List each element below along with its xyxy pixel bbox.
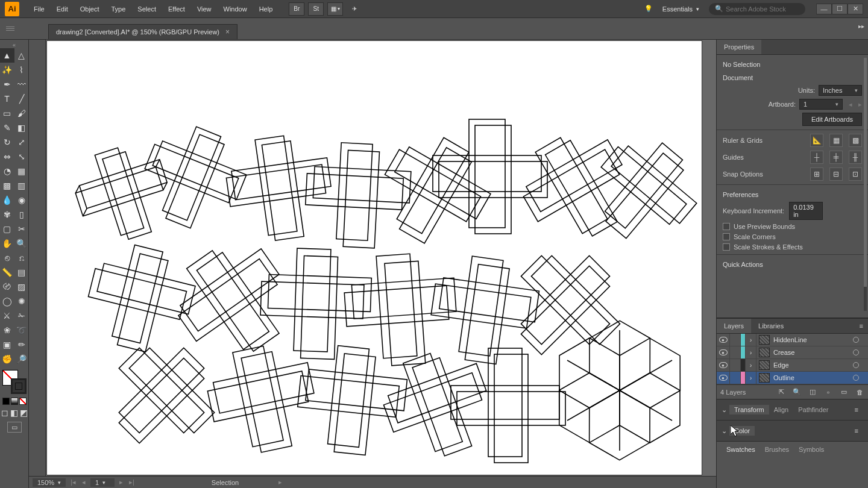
gradient-tool[interactable]: ▥ — [14, 178, 29, 193]
artboard[interactable] — [47, 41, 702, 475]
snap-grid-icon[interactable]: ⊡ — [849, 167, 862, 181]
gradient-mode-icon[interactable] — [11, 398, 18, 405]
lasso-tool[interactable]: ⌇ — [14, 63, 29, 77]
search-stock-field[interactable]: 🔍 — [709, 3, 805, 15]
layer-expand-toggle[interactable]: › — [746, 334, 756, 346]
knife-tool[interactable]: ⚔ — [0, 308, 14, 323]
document-tab[interactable]: drawing2 [Converted].AI* @ 150% (RGB/GPU… — [48, 24, 237, 39]
layer-target-button[interactable] — [850, 362, 862, 368]
anchor-tool-1[interactable]: ⎋ — [0, 251, 14, 265]
color-tab[interactable]: Color — [729, 426, 755, 436]
layer-target-button[interactable] — [850, 349, 862, 355]
draw-inside-icon[interactable]: ◩ — [20, 408, 28, 417]
smart-guides-icon[interactable]: ╫ — [849, 151, 862, 164]
free-transform-tool[interactable]: ⤡ — [14, 149, 29, 164]
menu-window[interactable]: Window — [218, 0, 253, 18]
menu-edit[interactable]: Edit — [51, 0, 74, 18]
curvature-tool[interactable]: 〰 — [14, 77, 29, 92]
window-minimize-button[interactable]: — — [816, 4, 832, 14]
edit-artboards-button[interactable]: Edit Artboards — [802, 113, 862, 126]
type-tool[interactable]: T — [0, 92, 14, 106]
shaper-tool[interactable]: ✎ — [0, 120, 14, 135]
arrange-documents-button[interactable]: ▦▾ — [327, 2, 343, 16]
layer-lock-toggle[interactable] — [730, 346, 741, 358]
next-artboard-button[interactable]: ▸ — [118, 478, 124, 486]
menu-effect[interactable]: Effect — [162, 0, 191, 18]
key-increment-input[interactable]: 0.0139 in — [789, 202, 823, 220]
next-artboard-icon[interactable]: ▸ — [858, 101, 862, 108]
layer-name[interactable]: Outline — [772, 374, 850, 381]
status-play-icon[interactable]: ▸ — [278, 478, 282, 486]
pattern-tool[interactable]: ▨ — [14, 280, 29, 294]
mesh-tool[interactable]: ▩ — [0, 178, 14, 193]
scale-strokes-checkbox[interactable] — [723, 243, 730, 251]
symbol-sprayer-tool[interactable]: ✾ — [0, 207, 14, 222]
snap-pixel-icon[interactable]: ⊞ — [810, 167, 823, 181]
spiral-tool[interactable]: ➰ — [14, 323, 29, 337]
control-bar-handle[interactable] — [6, 25, 14, 33]
last-artboard-button[interactable]: ▸| — [128, 478, 136, 486]
symbol-tool[interactable]: ❀ — [0, 323, 14, 337]
help-tip-icon[interactable]: 💡 — [644, 5, 653, 13]
grid-tool[interactable]: ▤ — [14, 265, 29, 280]
layer-row[interactable]: › HiddenLine — [717, 334, 868, 346]
blob-brush-tool[interactable]: 〄 — [0, 280, 14, 294]
transparency-grid-icon[interactable]: ▩ — [849, 134, 862, 147]
layer-row[interactable]: › Edge — [717, 359, 868, 372]
ellipse-tool[interactable]: ◯ — [0, 294, 14, 308]
flare-tool[interactable]: ✺ — [14, 294, 29, 308]
blend-tool[interactable]: ◉ — [14, 193, 29, 207]
eyedropper-tool[interactable]: 💧 — [0, 193, 14, 207]
stock-button[interactable]: St — [308, 2, 324, 16]
menu-view[interactable]: View — [191, 0, 218, 18]
new-layer-icon-2[interactable]: ▭ — [839, 387, 849, 397]
layer-name[interactable]: Crease — [772, 349, 850, 356]
draw-normal-icon[interactable]: ◻ — [1, 408, 9, 417]
print-tiling-tool[interactable]: ▣ — [0, 337, 14, 352]
properties-scrollbar-thumb[interactable] — [864, 58, 867, 287]
close-tab-icon[interactable]: × — [225, 28, 230, 36]
layers-tab[interactable]: Layers — [717, 319, 751, 333]
workspace-dropdown[interactable]: Essentials ▾ — [659, 5, 703, 13]
layer-name[interactable]: HiddenLine — [772, 336, 850, 343]
color-mode-icon[interactable] — [2, 398, 10, 405]
eraser-tool[interactable]: ◧ — [14, 120, 29, 135]
transform-panel-menu-icon[interactable]: ≡ — [850, 402, 863, 417]
layer-visibility-toggle[interactable] — [717, 359, 730, 371]
layer-row[interactable]: › Crease — [717, 346, 868, 359]
layer-expand-toggle[interactable]: › — [746, 359, 756, 371]
create-sublayer-icon[interactable]: ◫ — [808, 387, 817, 397]
collapse-panels-icon[interactable]: ▸▸ — [858, 23, 864, 30]
zoom-dropdown[interactable]: 150%▾ — [33, 478, 66, 487]
layer-target-button[interactable] — [850, 375, 862, 381]
layer-visibility-toggle[interactable] — [717, 346, 730, 358]
ruler-icon[interactable]: 📐 — [810, 134, 823, 147]
libraries-tab[interactable]: Libraries — [751, 319, 791, 333]
guides-visibility-icon[interactable]: ┼ — [810, 151, 823, 164]
layer-row[interactable]: › Outline — [717, 372, 868, 384]
transform-tab[interactable]: Transform — [729, 405, 769, 414]
menu-type[interactable]: Type — [105, 0, 132, 18]
preview-bounds-checkbox[interactable] — [723, 223, 730, 230]
layer-name[interactable]: Edge — [772, 361, 850, 369]
paintbrush-tool[interactable]: 🖌 — [14, 106, 29, 120]
gpu-preview-icon[interactable]: ✈ — [347, 2, 362, 16]
pathfinder-tab[interactable]: Pathfinder — [793, 405, 833, 414]
guides-lock-icon[interactable]: ╪ — [829, 151, 843, 164]
layer-visibility-toggle[interactable] — [717, 372, 730, 384]
menu-select[interactable]: Select — [131, 0, 162, 18]
snap-point-icon[interactable]: ⊟ — [829, 167, 843, 181]
layer-lock-toggle[interactable] — [730, 334, 741, 346]
new-layer-icon[interactable]: ▫ — [823, 387, 833, 397]
layer-expand-toggle[interactable]: › — [746, 372, 756, 384]
perspective-tool[interactable]: ▦ — [14, 164, 29, 178]
direct-selection-tool[interactable]: △ — [14, 48, 29, 63]
align-tab[interactable]: Align — [769, 405, 793, 414]
fill-stroke-swatch[interactable] — [2, 370, 27, 394]
screen-mode-button[interactable]: ▭ — [7, 422, 22, 433]
transform-expand-icon[interactable]: ⌄ — [722, 406, 727, 414]
measure-tool[interactable]: 📏 — [0, 265, 14, 280]
none-mode-icon[interactable] — [19, 398, 27, 405]
width-tool[interactable]: ⇔ — [0, 149, 14, 164]
bridge-button[interactable]: Br — [289, 2, 304, 16]
